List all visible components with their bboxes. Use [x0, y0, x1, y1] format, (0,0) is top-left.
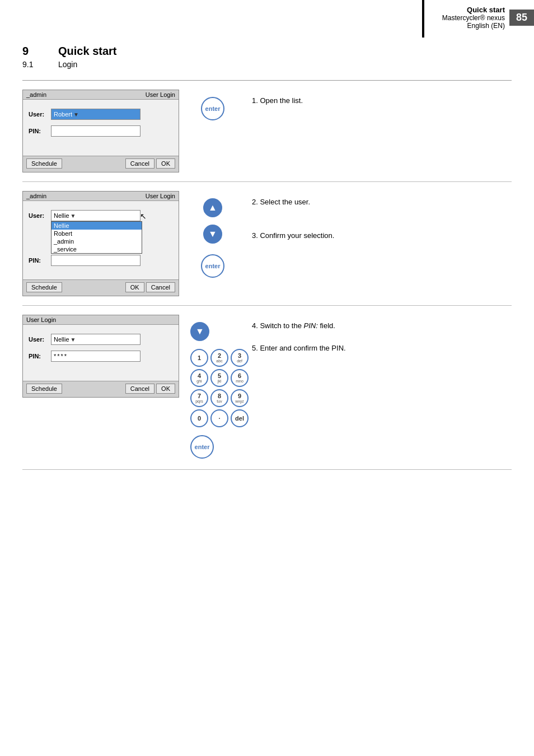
- dialog-body-2: User: Nellie ▼ ↖ Nellie Robert _admin: [23, 201, 179, 279]
- header-subtitle-1: Mastercycler® nexus: [442, 14, 505, 22]
- instruction-3-2: 5. Enter and confirm the PIN.: [252, 343, 512, 354]
- dialog-input-user-value-1: Robert: [54, 111, 72, 118]
- dialog-title-left-1: _admin: [26, 91, 46, 98]
- section-title: Login: [58, 60, 77, 69]
- dialog-label-user-2: User:: [29, 212, 51, 219]
- dialog-title-left-2: _admin: [26, 193, 46, 199]
- numpad-key-5[interactable]: 5jkl: [210, 369, 228, 387]
- ok-button-1[interactable]: OK: [156, 158, 175, 169]
- instruction-2-1: 2. Select the user.: [252, 197, 512, 208]
- instructions-area-3: 4. Switch to the PIN: field. 5. Enter an…: [241, 315, 512, 359]
- page-header: Quick start Mastercycler® nexus English …: [422, 0, 534, 38]
- numpad-key-7[interactable]: 7pqrs: [190, 389, 208, 407]
- dropdown-arrow-1[interactable]: ▼: [73, 111, 79, 118]
- dialog-titlebar-3: User Login: [23, 315, 179, 325]
- dialog-field-user-3: User: Nellie ▼: [29, 334, 173, 345]
- step-row-2: _admin User Login User: Nellie ▼ ↖: [22, 182, 512, 306]
- dialog-area-2: _admin User Login User: Nellie ▼ ↖: [22, 191, 185, 296]
- dialog-area-3: User Login User: Nellie ▼ PIN:: [22, 315, 185, 398]
- dialog-input-pin-1[interactable]: [51, 125, 140, 137]
- dialog-field-pin-2: PIN:: [29, 255, 173, 266]
- dropdown-item-admin[interactable]: _admin: [51, 237, 142, 245]
- header-subtitle-2: English (EN): [442, 22, 505, 30]
- instruction-3-1: 4. Switch to the PIN: field.: [252, 320, 512, 332]
- dialog-input-pin-3[interactable]: ****: [51, 351, 140, 362]
- down-arrow-button-3[interactable]: ▼: [190, 322, 209, 341]
- numpad-key-del[interactable]: del: [231, 409, 249, 427]
- dialog-box-1: _admin User Login User: Robert ▼ PIN:: [22, 90, 179, 172]
- dialog-field-pin-3: PIN: ****: [29, 351, 173, 362]
- instructions-area-2: 2. Select the user. 3. Confirm your sele…: [241, 191, 512, 246]
- dropdown-item-service[interactable]: _service: [51, 245, 142, 253]
- instructions-area-1: 1. Open the list.: [241, 90, 512, 112]
- dropdown-wrapper-2: Nellie ▼ ↖ Nellie Robert _admin _service: [51, 210, 140, 221]
- cancel-button-3[interactable]: Cancel: [125, 384, 154, 394]
- numpad-key-1[interactable]: 1: [190, 349, 208, 367]
- dialog-area-1: _admin User Login User: Robert ▼ PIN:: [22, 90, 185, 172]
- enter-button-1[interactable]: enter: [201, 97, 224, 120]
- dialog-field-user-1: User: Robert ▼: [29, 109, 173, 120]
- dialog-label-pin-3: PIN:: [29, 353, 51, 360]
- numpad-key-0[interactable]: 0: [190, 409, 208, 427]
- cancel-button-1[interactable]: Cancel: [125, 158, 154, 169]
- ok-button-3[interactable]: OK: [156, 384, 175, 394]
- controls-area-1: enter: [185, 90, 241, 122]
- dialog-label-user-3: User:: [29, 336, 51, 343]
- numpad-key-6[interactable]: 6mno: [231, 369, 249, 387]
- dialog-body-1: User: Robert ▼ PIN:: [23, 100, 179, 156]
- dialog-footer-2: Schedule OK Cancel: [23, 279, 179, 296]
- dialog-titlebar-2: _admin User Login: [23, 192, 179, 201]
- chapter-heading: 9 Quick start: [22, 45, 512, 58]
- page-number: 85: [509, 10, 534, 26]
- step-row-1: _admin User Login User: Robert ▼ PIN:: [22, 81, 512, 182]
- ok-button-2[interactable]: OK: [125, 282, 144, 292]
- dropdown-arrow-3[interactable]: ▼: [71, 337, 76, 343]
- dialog-input-user-1[interactable]: Robert ▼: [51, 109, 140, 120]
- dialog-title-right-2: User Login: [146, 193, 175, 199]
- chapter-title: Quick start: [58, 45, 116, 58]
- cursor-icon-2: ↖: [140, 212, 147, 221]
- numpad-key-4[interactable]: 4ghi: [190, 369, 208, 387]
- schedule-button-2[interactable]: Schedule: [26, 282, 62, 292]
- enter-button-3[interactable]: enter: [190, 435, 214, 459]
- section-heading: 9.1 Login: [22, 60, 512, 69]
- dialog-input-user-value-3: Nellie: [54, 336, 69, 343]
- pin-value-3: ****: [54, 353, 68, 360]
- numpad-key-2[interactable]: 2abc: [210, 349, 228, 367]
- numpad-key-·[interactable]: ·: [210, 409, 228, 427]
- dropdown-list-2: Nellie Robert _admin _service: [51, 221, 142, 254]
- numpad: 12abc3def4ghi5jkl6mno7pqrs8tuv9wxyz0·del: [190, 349, 249, 427]
- dialog-input-user-2[interactable]: Nellie ▼ ↖: [51, 210, 140, 221]
- cancel-button-2[interactable]: Cancel: [146, 282, 175, 292]
- dropdown-item-robert[interactable]: Robert: [51, 230, 142, 237]
- instruction-1-1: 1. Open the list.: [252, 95, 512, 106]
- controls-area-2: ▲ ▼ enter: [185, 191, 241, 279]
- up-arrow-button[interactable]: ▲: [203, 198, 222, 217]
- dialog-box-2: _admin User Login User: Nellie ▼ ↖: [22, 191, 179, 296]
- dialog-input-pin-2[interactable]: [51, 255, 140, 266]
- enter-button-2[interactable]: enter: [201, 254, 224, 278]
- dialog-field-pin-1: PIN:: [29, 125, 173, 137]
- instruction-2-2: 3. Confirm your selection.: [252, 230, 512, 241]
- dialog-field-user-2: User: Nellie ▼ ↖ Nellie Robert _admin: [29, 210, 173, 221]
- numpad-key-8[interactable]: 8tuv: [210, 389, 228, 407]
- dialog-input-user-3[interactable]: Nellie ▼: [51, 334, 140, 345]
- dialog-footer-3: Schedule Cancel OK: [23, 381, 179, 397]
- dropdown-arrow-2[interactable]: ▼: [71, 213, 76, 219]
- section-number: 9.1: [22, 60, 45, 69]
- dialog-label-user-1: User:: [29, 111, 51, 118]
- header-title: Quick start: [442, 6, 505, 14]
- dialog-label-pin-2: PIN:: [29, 257, 51, 264]
- dialog-title-left-3: User Login: [26, 316, 56, 323]
- dialog-label-pin-1: PIN:: [29, 128, 51, 134]
- controls-area-3: ▼ 12abc3def4ghi5jkl6mno7pqrs8tuv9wxyz0·d…: [185, 315, 241, 460]
- dialog-footer-1: Schedule Cancel OK: [23, 156, 179, 172]
- chapter-number: 9: [22, 45, 45, 58]
- dialog-titlebar-1: _admin User Login: [23, 90, 179, 100]
- down-arrow-button-2[interactable]: ▼: [203, 225, 222, 244]
- dropdown-item-nellie[interactable]: Nellie: [51, 222, 142, 230]
- numpad-key-9[interactable]: 9wxyz: [231, 389, 249, 407]
- main-content: 9 Quick start 9.1 Login _admin User Logi…: [0, 0, 534, 487]
- schedule-button-3[interactable]: Schedule: [26, 384, 62, 394]
- schedule-button-1[interactable]: Schedule: [26, 158, 62, 169]
